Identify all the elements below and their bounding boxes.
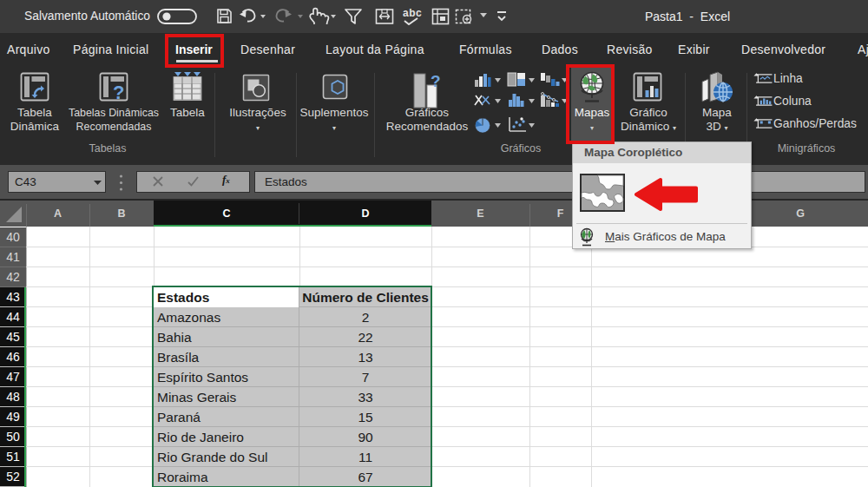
svg-text:?: ? — [431, 73, 441, 90]
svg-text:?: ? — [113, 82, 124, 102]
